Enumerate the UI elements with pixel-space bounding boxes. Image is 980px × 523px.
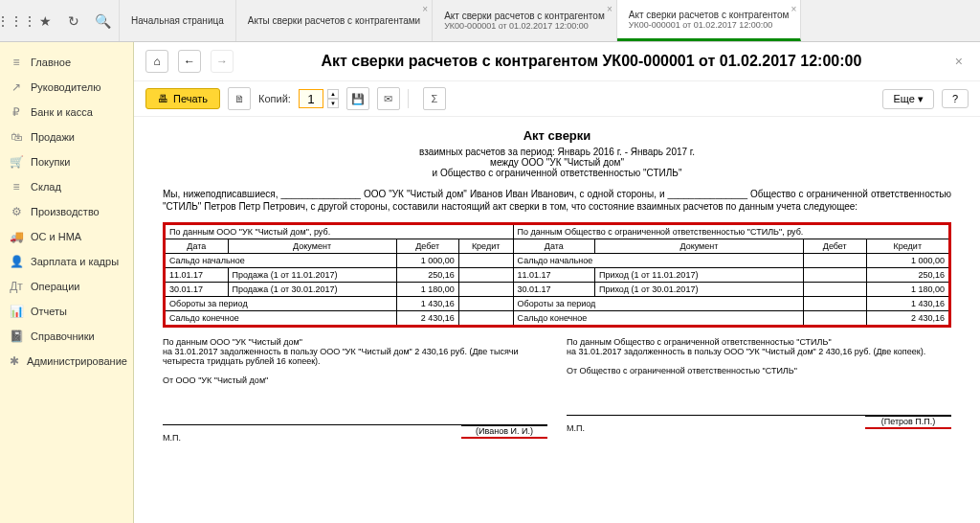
- nav-bank[interactable]: ₽Банк и касса: [0, 100, 133, 125]
- top-toolbar: ⋮⋮⋮ ★ ↻ 🔍 Начальная страница Акты сверки…: [0, 0, 980, 42]
- col-date: Дата: [513, 239, 594, 254]
- apps-icon[interactable]: ⋮⋮⋮: [8, 12, 25, 30]
- nav-label: ОС и НМА: [31, 231, 81, 242]
- search-icon[interactable]: 🔍: [94, 12, 111, 30]
- saldo-start-right: Сальдо начальное: [513, 254, 803, 268]
- boxes-icon: ≡: [10, 180, 23, 193]
- cell: 30.01.17: [513, 283, 594, 297]
- nav-operations[interactable]: ДтОперации: [0, 274, 133, 299]
- close-button[interactable]: ×: [949, 54, 969, 69]
- nav-label: Операции: [31, 281, 79, 292]
- document-area[interactable]: Акт сверки взаимных расчетов за период: …: [134, 117, 980, 523]
- settings-icon: ✱: [10, 354, 19, 368]
- nav-label: Руководителю: [31, 81, 100, 93]
- cell: 11.01.17: [165, 268, 229, 283]
- footer-text: От ООО "УК "Чистый дом": [163, 375, 547, 385]
- back-button[interactable]: ←: [178, 50, 201, 73]
- nav-admin[interactable]: ✱Администрирование: [0, 349, 133, 374]
- nav-label: Производство: [31, 206, 100, 217]
- cell: 250,16: [866, 268, 949, 283]
- saldo-start-left: Сальдо начальное: [165, 254, 397, 268]
- turnover-right-val: 1 430,16: [866, 297, 949, 311]
- tab-acts-list[interactable]: Акты сверки расчетов с контрагентами ×: [236, 0, 433, 41]
- col-doc: Документ: [228, 239, 396, 254]
- doc-title: Акт сверки: [163, 128, 951, 143]
- sidebar: ≡Главное ↗Руководителю ₽Банк и касса 🛍Пр…: [0, 42, 134, 523]
- home-button[interactable]: ⌂: [145, 50, 168, 73]
- print-button[interactable]: 🖶 Печать: [145, 88, 220, 109]
- copies-input[interactable]: [299, 89, 323, 108]
- tab-label: Акт сверки расчетов с контрагентом: [444, 11, 605, 21]
- footer-right: По данным Общество с ограниченной ответс…: [567, 337, 951, 443]
- email-button[interactable]: ✉: [377, 87, 400, 110]
- main-area: ≡Главное ↗Руководителю ₽Банк и касса 🛍Пр…: [0, 42, 980, 523]
- history-icon[interactable]: ↻: [65, 12, 82, 30]
- toolbar: 🖶 Печать 🗎 Копий: ▲▼ 💾 ✉ Σ Еще ▾ ?: [134, 81, 980, 117]
- cell: [803, 283, 866, 297]
- tab-act-2[interactable]: Акт сверки расчетов с контрагентом УК00-…: [617, 0, 802, 41]
- nav-warehouse[interactable]: ≡Склад: [0, 174, 133, 199]
- close-icon[interactable]: ×: [607, 4, 612, 14]
- cell: [458, 283, 513, 297]
- nav-label: Зарплата и кадры: [31, 256, 119, 267]
- nav-label: Склад: [31, 181, 61, 193]
- doc-party2: и Общество с ограниченной ответственност…: [163, 168, 951, 178]
- cell: Приход (1 от 30.01.2017): [594, 283, 803, 297]
- close-icon[interactable]: ×: [422, 4, 428, 14]
- tab-sublabel: УК00-000001 от 01.02.2017 12:00:00: [629, 20, 790, 30]
- save-button[interactable]: 💾: [346, 87, 369, 110]
- col-debit: Дебет: [396, 239, 458, 254]
- nav-hr[interactable]: 👤Зарплата и кадры: [0, 249, 133, 274]
- nav-manager[interactable]: ↗Руководителю: [0, 75, 133, 100]
- turnover-left-val: 1 430,16: [396, 297, 458, 311]
- nav-reports[interactable]: 📊Отчеты: [0, 299, 133, 324]
- footer-text: на 31.01.2017 задолженность в пользу ООО…: [567, 347, 951, 356]
- nav-assets[interactable]: 🚚ОС и НМА: [0, 224, 133, 249]
- cart-icon: 🛒: [10, 155, 23, 169]
- footer-text: По данным Общество с ограниченной ответс…: [567, 337, 951, 347]
- cell: Продажа (1 от 30.01.2017): [228, 283, 396, 297]
- close-icon[interactable]: ×: [791, 4, 797, 14]
- saldo-start-left-val: 1 000,00: [396, 254, 458, 268]
- copies-down[interactable]: ▼: [327, 99, 339, 108]
- bag-icon: 🛍: [10, 130, 23, 144]
- truck-icon: 🚚: [10, 230, 23, 243]
- tab-label: Акт сверки расчетов с контрагентом: [629, 10, 790, 20]
- turnover-left: Обороты за период: [165, 297, 397, 311]
- copies-up[interactable]: ▲: [327, 89, 339, 99]
- nav-sales[interactable]: 🛍Продажи: [0, 125, 133, 149]
- footer-text: По данным ООО "УК "Чистый дом": [163, 337, 547, 347]
- nav-directories[interactable]: 📓Справочники: [0, 324, 133, 349]
- saldo-end-left: Сальдо конечное: [165, 311, 397, 327]
- tab-act-1[interactable]: Акт сверки расчетов с контрагентом УК00-…: [433, 0, 617, 41]
- menu-icon: ≡: [10, 56, 23, 69]
- copies-stepper: ▲▼: [299, 89, 339, 108]
- nav-purchases[interactable]: 🛒Покупки: [0, 149, 133, 174]
- nav-label: Продажи: [31, 131, 75, 143]
- tab-start[interactable]: Начальная страница: [120, 0, 236, 41]
- forward-button[interactable]: →: [211, 50, 234, 73]
- tabs: Начальная страница Акты сверки расчетов …: [120, 0, 980, 41]
- col-debit: Дебет: [803, 239, 866, 254]
- nav-main[interactable]: ≡Главное: [0, 50, 133, 75]
- cell: 1 180,00: [396, 283, 458, 297]
- reconciliation-table: По данным ООО "УК "Чистый дом", руб. По …: [163, 222, 951, 328]
- table-header-left: По данным ООО "УК "Чистый дом", руб.: [165, 224, 514, 239]
- star-icon[interactable]: ★: [36, 12, 54, 30]
- doc-period: взаимных расчетов за период: Январь 2016…: [163, 147, 951, 157]
- top-icons: ⋮⋮⋮ ★ ↻ 🔍: [0, 0, 120, 41]
- nav-production[interactable]: ⚙Производство: [0, 199, 133, 224]
- bars-icon: 📊: [10, 305, 23, 318]
- page-title: Акт сверки расчетов с контрагентом УК00-…: [243, 53, 940, 70]
- help-button[interactable]: ?: [942, 89, 969, 108]
- cell: 30.01.17: [165, 283, 229, 297]
- signature-name: (Петров П.П.): [865, 416, 951, 429]
- tab-label: Акты сверки расчетов с контрагентами: [248, 15, 420, 26]
- cell: 1 180,00: [866, 283, 949, 297]
- dt-icon: Дт: [10, 280, 23, 293]
- col-credit: Кредит: [458, 239, 513, 254]
- more-button[interactable]: Еще ▾: [882, 89, 933, 109]
- copies-label: Копий:: [258, 93, 291, 104]
- sum-button[interactable]: Σ: [423, 87, 446, 110]
- preview-button[interactable]: 🗎: [228, 87, 251, 110]
